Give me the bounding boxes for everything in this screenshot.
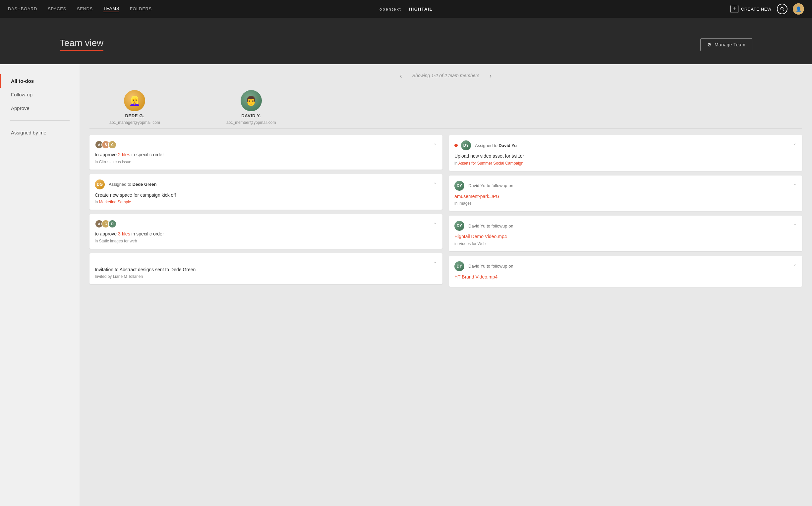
chevron-down-icon[interactable]: ⌄ — [793, 221, 797, 226]
david-avatar: 👨 — [241, 90, 262, 111]
task-card: DY David Yu to followup on ⌄ amusement-p… — [449, 175, 802, 211]
content-area: ‹ Showing 1-2 of 2 team members › 👱‍♀️ D… — [80, 64, 812, 506]
task-location: in Images — [454, 201, 797, 205]
mini-avatar: D — [108, 220, 117, 228]
david-mini-avatar: DY — [454, 261, 464, 271]
assignee-row: DY David Yu to followup on — [454, 181, 513, 191]
file-link[interactable]: Hightail Demo Video.mp4 — [454, 234, 507, 239]
dede-avatar: 👱‍♀️ — [124, 90, 145, 111]
manage-team-button[interactable]: ⚙ Manage Team — [700, 38, 752, 51]
david-mini-avatar: DY — [461, 141, 471, 150]
nav-spaces[interactable]: SPACES — [48, 6, 66, 12]
assignee-row: DG Assigned to Dede Green — [95, 179, 157, 189]
assignee-label: Assigned to David Yu — [475, 143, 517, 148]
sidebar-divider — [10, 120, 70, 120]
nav-dashboard[interactable]: DASHBOARD — [8, 6, 37, 12]
team-member-david[interactable]: 👨 DAVID Y. abc_member@yopmail.com — [226, 90, 276, 125]
task-title: HT Brand Video.mp4 — [454, 274, 797, 280]
chevron-down-icon[interactable]: ⌄ — [433, 220, 437, 225]
files-link[interactable]: 3 files — [118, 231, 130, 237]
nav-teams[interactable]: TEAMS — [103, 6, 119, 12]
sidebar: All to-dos Follow-up Approve Assigned by… — [0, 64, 80, 506]
david-column: DY Assigned to David Yu ⌄ Upload new vid… — [449, 135, 802, 287]
task-card-header: DY David Yu to followup on ⌄ — [454, 181, 797, 191]
logo-text: opentext | HIGHTAIL — [379, 6, 433, 12]
david-mini-avatar: DY — [454, 221, 464, 231]
david-mini-avatar: DY — [454, 181, 464, 191]
task-title: Invitation to Abstract designs sent to D… — [95, 267, 437, 273]
sidebar-item-approve[interactable]: Approve — [0, 101, 80, 115]
avatar-image: 👤 — [793, 3, 804, 15]
chevron-down-icon[interactable]: ⌄ — [793, 261, 797, 267]
task-title: to approve 3 files in specific order — [95, 231, 437, 237]
chevron-down-icon[interactable]: ⌄ — [433, 179, 437, 185]
task-title: Create new space for campaign kick off — [95, 192, 437, 199]
create-new-label: CREATE NEW — [741, 7, 771, 12]
gear-icon: ⚙ — [707, 42, 712, 48]
team-members-strip: 👱‍♀️ DEDE G. abc_manager@yopmail.com 👨 D… — [89, 83, 802, 129]
sidebar-item-follow-up[interactable]: Follow-up — [0, 88, 80, 101]
nav-sends[interactable]: SENDS — [77, 6, 93, 12]
app-logo: opentext | HIGHTAIL — [379, 6, 433, 12]
followup-label: David Yu to followup on — [468, 224, 513, 229]
task-avatars: A C D — [95, 220, 117, 228]
assignee-name: David Yu — [499, 143, 517, 148]
dede-mini-avatar: DG — [95, 179, 105, 189]
prev-arrow[interactable]: ‹ — [396, 71, 406, 80]
location-link[interactable]: Marketing Sample — [99, 200, 131, 204]
task-card: ⌄ Invitation to Abstract designs sent to… — [89, 253, 442, 284]
location-text: Citrus circus issue — [99, 160, 131, 164]
assignee-name: Dede Green — [133, 182, 157, 187]
page-header: Team view ⚙ Manage Team — [0, 18, 812, 64]
task-card-header: DY David Yu to followup on ⌄ — [454, 221, 797, 231]
nav-right: + CREATE NEW 👤 — [731, 3, 804, 15]
task-card: DY Assigned to David Yu ⌄ Upload new vid… — [449, 135, 802, 171]
mini-avatar: C — [108, 141, 117, 149]
main-layout: All to-dos Follow-up Approve Assigned by… — [0, 64, 812, 506]
task-title: Upload new video asset for twitter — [454, 153, 797, 160]
task-columns: A B C ⌄ to approve 2 files in specific o… — [89, 135, 802, 287]
task-card: DY David Yu to followup on ⌄ HT Brand Vi… — [449, 256, 802, 287]
task-card-header: ⌄ — [95, 259, 437, 264]
showing-text: Showing 1-2 of 2 team members — [412, 73, 479, 78]
chevron-down-icon[interactable]: ⌄ — [433, 141, 437, 146]
team-member-dede[interactable]: 👱‍♀️ DEDE G. abc_manager@yopmail.com — [109, 90, 160, 125]
plus-icon: + — [731, 5, 738, 13]
assignee-label: Assigned to Dede Green — [109, 182, 157, 187]
task-card: A B C ⌄ to approve 2 files in specific o… — [89, 135, 442, 170]
red-dot-indicator — [454, 144, 458, 147]
task-card-header: A B C ⌄ — [95, 141, 437, 149]
chevron-down-icon[interactable]: ⌄ — [433, 259, 437, 264]
david-email: abc_member@yopmail.com — [226, 120, 276, 125]
task-card: DG Assigned to Dede Green ⌄ Create new s… — [89, 174, 442, 210]
location-text: Videos for Web — [459, 241, 486, 246]
sidebar-item-all-todos[interactable]: All to-dos — [0, 74, 80, 88]
user-avatar[interactable]: 👤 — [793, 3, 804, 15]
location-text: Images — [459, 201, 471, 205]
files-link[interactable]: 2 files — [118, 152, 130, 157]
sidebar-item-assigned-by-me[interactable]: Assigned by me — [0, 126, 80, 140]
dede-email: abc_manager@yopmail.com — [109, 120, 160, 125]
task-location: in Videos for Web — [454, 241, 797, 246]
create-new-button[interactable]: + CREATE NEW — [731, 5, 771, 13]
task-title: amusement-park.JPG — [454, 193, 797, 200]
task-location: in Citrus circus issue — [95, 160, 437, 164]
next-arrow[interactable]: › — [486, 71, 495, 80]
nav-folders[interactable]: FOLDERS — [130, 6, 152, 12]
task-card-header: A C D ⌄ — [95, 220, 437, 228]
chevron-down-icon[interactable]: ⌄ — [793, 141, 797, 146]
david-name: DAVID Y. — [241, 113, 261, 118]
search-button[interactable] — [777, 4, 788, 14]
page-title: Team view — [60, 38, 103, 51]
page-title-wrap: Team view — [60, 38, 103, 51]
chevron-down-icon[interactable]: ⌄ — [793, 181, 797, 186]
task-card: A C D ⌄ to approve 3 files in specific o… — [89, 214, 442, 249]
assignee-row: DY David Yu to followup on — [454, 221, 513, 231]
file-link[interactable]: HT Brand Video.mp4 — [454, 274, 498, 279]
assignee-row: DY Assigned to David Yu — [454, 141, 517, 150]
location-link[interactable]: Assets for Summer Social Campaign — [458, 161, 523, 166]
manage-team-label: Manage Team — [715, 42, 745, 48]
task-card-header: DY David Yu to followup on ⌄ — [454, 261, 797, 271]
file-link[interactable]: amusement-park.JPG — [454, 194, 500, 199]
task-avatars: A B C — [95, 141, 117, 149]
